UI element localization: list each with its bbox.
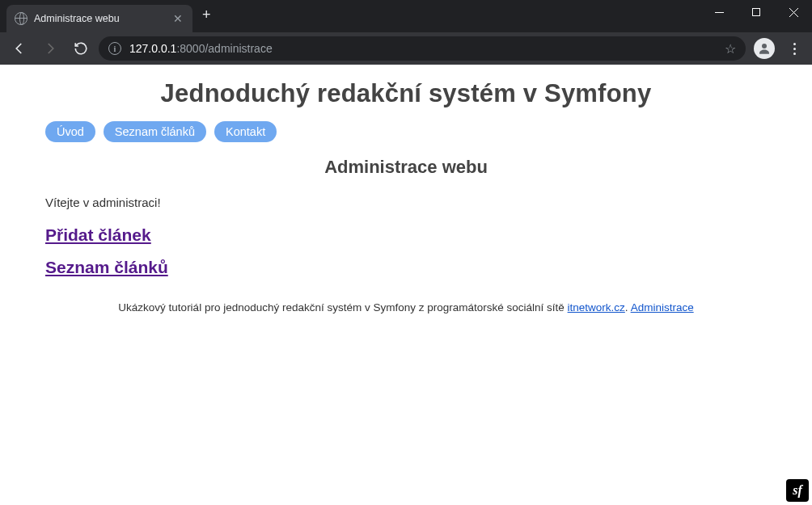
page-title: Jednoduchý redakční systém v Symfony	[45, 79, 767, 108]
welcome-text: Vítejte v administraci!	[45, 196, 767, 209]
globe-icon	[15, 12, 27, 25]
nav-article-list[interactable]: Seznam článků	[104, 121, 206, 142]
svg-rect-1	[753, 9, 760, 16]
footer-link-administrace[interactable]: Administrace	[631, 301, 694, 314]
browser-toolbar: i 127.0.0.1:8000/administrace ☆	[0, 32, 812, 65]
symfony-debug-badge[interactable]: sf	[786, 479, 809, 502]
url-port: :8000	[176, 42, 205, 55]
browser-menu-button[interactable]	[783, 43, 806, 55]
url-text: 127.0.0.1:8000/administrace	[129, 42, 717, 55]
footer-separator: .	[625, 301, 631, 314]
main-nav: Úvod Seznam článků Kontakt	[45, 121, 767, 142]
minimize-button[interactable]	[700, 0, 738, 24]
tab-title: Administrace webu	[34, 13, 165, 24]
reload-button[interactable]	[68, 36, 94, 61]
nav-home[interactable]: Úvod	[45, 121, 95, 142]
maximize-button[interactable]	[738, 0, 775, 24]
symfony-icon: sf	[793, 483, 802, 498]
address-bar[interactable]: i 127.0.0.1:8000/administrace ☆	[99, 36, 746, 61]
nav-contact[interactable]: Kontakt	[214, 121, 277, 142]
list-articles-link[interactable]: Seznam článků	[45, 258, 168, 277]
bookmark-star-icon[interactable]: ☆	[725, 41, 736, 57]
close-window-button[interactable]	[775, 0, 812, 24]
close-tab-icon[interactable]: ✕	[171, 12, 184, 25]
site-info-icon[interactable]: i	[108, 42, 121, 55]
svg-point-4	[762, 44, 767, 48]
browser-tab[interactable]: Administrace webu ✕	[6, 5, 192, 32]
forward-button[interactable]	[37, 36, 63, 61]
url-path: /administrace	[205, 42, 272, 55]
profile-avatar[interactable]	[754, 38, 775, 59]
page-subtitle: Administrace webu	[45, 157, 767, 178]
page-content: Jednoduchý redakční systém v Symfony Úvo…	[0, 65, 812, 328]
new-tab-button[interactable]: +	[192, 6, 221, 23]
add-article-link[interactable]: Přidat článek	[45, 225, 151, 245]
footer-link-itnetwork[interactable]: itnetwork.cz	[568, 301, 625, 314]
back-button[interactable]	[6, 36, 32, 61]
url-host: 127.0.0.1	[129, 42, 176, 55]
browser-titlebar: Administrace webu ✕ +	[0, 0, 812, 32]
window-controls	[700, 0, 812, 24]
page-footer: Ukázkový tutoriál pro jednoduchý redakčn…	[45, 301, 767, 314]
footer-text: Ukázkový tutoriál pro jednoduchý redakčn…	[118, 301, 567, 314]
